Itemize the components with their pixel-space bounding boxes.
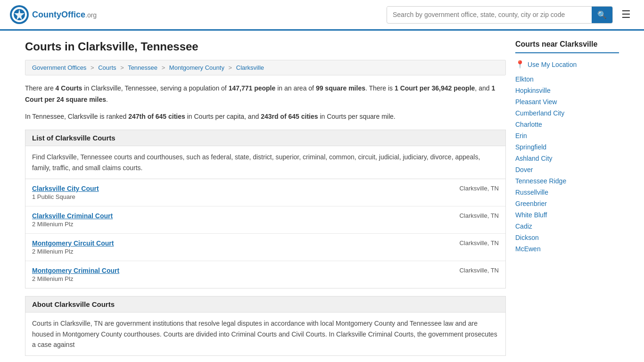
nearby-list: ElktonHopkinsvillePleasant ViewCumberlan… <box>515 75 619 253</box>
nearby-list-item: Pleasant View <box>515 98 619 106</box>
nearby-list-item: Cadiz <box>515 222 619 230</box>
description-p2: In Tennessee, Clarksville is ranked 247t… <box>25 111 506 123</box>
nearby-city-link[interactable]: Erin <box>515 132 527 140</box>
desc-mid1: in Clarksville, Tennessee, serving a pop… <box>82 84 228 92</box>
court-item-left: Clarksville Criminal Court 2 Millenium P… <box>32 212 113 228</box>
about-text: Courts in Clarksville, TN are government… <box>32 318 499 350</box>
breadcrumb-link-courts[interactable]: Courts <box>98 64 116 71</box>
desc-post1: . There is <box>365 84 395 92</box>
court-name[interactable]: Montgomery Circuit Court <box>32 239 114 247</box>
pin-icon: 📍 <box>515 60 525 69</box>
nearby-list-item: Dover <box>515 166 619 173</box>
court-location: Clarksville, TN <box>459 212 499 219</box>
court-item: Montgomery Criminal Court 2 Millenium Pl… <box>25 261 505 288</box>
court-list: Clarksville City Court 1 Public Square C… <box>25 179 506 288</box>
court-address: 2 Millenium Plz <box>32 248 114 255</box>
court-location: Clarksville, TN <box>459 239 499 247</box>
breadcrumb-sep-3: > <box>162 64 165 71</box>
court-item: Clarksville Criminal Court 2 Millenium P… <box>25 206 505 233</box>
search-button[interactable]: 🔍 <box>592 7 612 23</box>
breadcrumb-link-clarksville[interactable]: Clarksville <box>236 64 264 71</box>
nearby-list-item: Ashland City <box>515 155 619 162</box>
nearby-city-link[interactable]: Russellville <box>515 189 548 196</box>
sidebar-title: Courts near Clarksville <box>515 40 619 53</box>
nearby-city-link[interactable]: Greenbrier <box>515 200 547 207</box>
nearby-list-item: Elkton <box>515 75 619 83</box>
desc-pre1: There are <box>25 84 56 92</box>
nearby-list-item: Springfield <box>515 143 619 151</box>
nearby-city-link[interactable]: White Bluff <box>515 211 547 219</box>
nearby-list-item: Greenbrier <box>515 200 619 207</box>
court-location: Clarksville, TN <box>459 185 499 192</box>
nearby-city-link[interactable]: Pleasant View <box>515 98 557 106</box>
nearby-list-item: Hopkinsville <box>515 87 619 94</box>
breadcrumb-link-montgomery[interactable]: Montgomery County <box>169 64 224 71</box>
nearby-city-link[interactable]: Cadiz <box>515 222 532 230</box>
about-section-content: Courts in Clarksville, TN are government… <box>25 313 506 356</box>
desc-mid2: in an area of <box>275 84 316 92</box>
nearby-city-link[interactable]: Ashland City <box>515 155 553 162</box>
header-right: 🔍 ☰ <box>387 6 635 24</box>
list-section-header: List of Clarksville Courts <box>25 130 506 146</box>
site-header: CountyOffice.org 🔍 ☰ <box>0 0 644 31</box>
court-item: Clarksville City Court 1 Public Square C… <box>25 179 505 206</box>
nearby-city-link[interactable]: Hopkinsville <box>515 87 551 94</box>
nearby-list-item: White Bluff <box>515 211 619 219</box>
nearby-city-link[interactable]: Dover <box>515 166 533 173</box>
nearby-city-link[interactable]: Charlotte <box>515 121 542 128</box>
court-name[interactable]: Clarksville Criminal Court <box>32 212 113 220</box>
desc-area: 99 square miles <box>316 84 365 92</box>
use-location-link[interactable]: Use My Location <box>528 61 577 68</box>
search-input[interactable] <box>387 7 592 22</box>
breadcrumb-sep-2: > <box>120 64 124 71</box>
menu-button[interactable]: ☰ <box>618 8 635 22</box>
breadcrumb-sep-4: > <box>229 64 232 71</box>
list-section-intro: Find Clarksville, Tennessee courts and c… <box>25 146 506 179</box>
description-p1: There are 4 Courts in Clarksville, Tenne… <box>25 83 506 106</box>
breadcrumb-sep-1: > <box>91 64 94 71</box>
main-container: Courts in Clarksville, Tennessee Governm… <box>16 31 628 362</box>
nearby-list-item: Russellville <box>515 189 619 196</box>
court-address: 1 Public Square <box>32 193 99 200</box>
about-section-header: About Clarksville Courts <box>25 296 506 313</box>
court-name[interactable]: Montgomery Criminal Court <box>32 267 119 274</box>
desc-mid4: in Courts per capita, and <box>185 113 261 120</box>
logo-text: CountyOffice.org <box>32 10 97 19</box>
nearby-list-item: Dickson <box>515 234 619 241</box>
court-item-left: Montgomery Criminal Court 2 Millenium Pl… <box>32 267 119 282</box>
desc-population: 147,771 people <box>229 84 276 92</box>
desc-pre2: In Tennessee, Clarksville is ranked <box>25 113 128 120</box>
search-bar: 🔍 <box>387 6 613 24</box>
content-area: Courts in Clarksville, Tennessee Governm… <box>25 40 506 356</box>
desc-per-people: 1 Court per 36,942 people <box>395 84 475 92</box>
desc-end1: . <box>106 96 108 103</box>
breadcrumb: Government Offices > Courts > Tennessee … <box>25 60 506 75</box>
nearby-list-item: Erin <box>515 132 619 140</box>
breadcrumb-link-govt[interactable]: Government Offices <box>32 64 86 71</box>
nearby-list-item: McEwen <box>515 245 619 253</box>
use-location: 📍 Use My Location <box>515 60 619 69</box>
logo-icon <box>9 5 29 25</box>
nearby-city-link[interactable]: Elkton <box>515 75 534 83</box>
nearby-list-item: Tennessee Ridge <box>515 177 619 185</box>
logo[interactable]: CountyOffice.org <box>9 5 97 25</box>
breadcrumb-link-tn[interactable]: Tennessee <box>128 64 157 71</box>
desc-mid3: , and <box>475 84 491 92</box>
nearby-list-item: Cumberland City <box>515 109 619 117</box>
court-item: Montgomery Circuit Court 2 Millenium Plz… <box>25 233 505 261</box>
page-title: Courts in Clarksville, Tennessee <box>25 40 506 53</box>
court-item-left: Montgomery Circuit Court 2 Millenium Plz <box>32 239 114 255</box>
desc-rank-sqmile: 243rd of 645 cities <box>261 113 318 120</box>
desc-rank-capita: 247th of 645 cities <box>128 113 185 120</box>
court-address: 2 Millenium Plz <box>32 221 113 228</box>
nearby-city-link[interactable]: Dickson <box>515 234 539 241</box>
sidebar: Courts near Clarksville 📍 Use My Locatio… <box>515 40 619 356</box>
nearby-city-link[interactable]: McEwen <box>515 245 541 253</box>
nearby-city-link[interactable]: Springfield <box>515 143 546 151</box>
nearby-city-link[interactable]: Tennessee Ridge <box>515 177 566 185</box>
nearby-list-item: Charlotte <box>515 121 619 128</box>
nearby-city-link[interactable]: Cumberland City <box>515 109 564 117</box>
court-item-left: Clarksville City Court 1 Public Square <box>32 185 99 200</box>
court-name[interactable]: Clarksville City Court <box>32 185 99 192</box>
court-location: Clarksville, TN <box>459 267 499 274</box>
